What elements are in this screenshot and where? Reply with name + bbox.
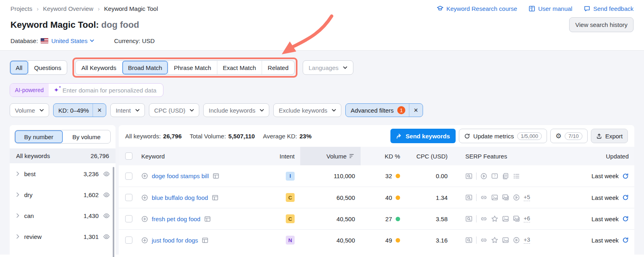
cpc-filter-dropdown[interactable]: CPC (USD) [149, 103, 200, 117]
clear-kd-filter-button[interactable]: × [93, 104, 106, 117]
question-chat-icon[interactable]: ? [491, 173, 498, 180]
eye-icon[interactable] [103, 212, 110, 219]
column-keyword[interactable]: Keyword [141, 147, 263, 165]
eye-icon[interactable] [103, 233, 110, 240]
match-type-tab-exact-match[interactable]: Exact Match [217, 61, 262, 74]
match-type-tab-related[interactable]: Related [262, 61, 294, 74]
languages-dropdown[interactable]: Languages [303, 60, 353, 75]
kd-filter-active[interactable]: KD: 0–49% × [53, 103, 106, 117]
serp-preview-icon[interactable] [465, 215, 473, 222]
match-type-tab-all-keywords[interactable]: All Keywords [76, 61, 122, 74]
column-cpc[interactable]: CPC (USD) [406, 147, 453, 165]
column-volume[interactable]: Volume [300, 147, 361, 165]
intent-filter-dropdown[interactable]: Intent [110, 103, 145, 117]
row-checkbox[interactable] [125, 236, 132, 244]
database-selector[interactable]: United States [51, 37, 94, 44]
tab-questions[interactable]: Questions [28, 61, 67, 74]
chevron-down-icon [135, 109, 140, 112]
view-search-history-button[interactable]: View search history [569, 17, 634, 32]
tab-by-volume[interactable]: By volume [63, 130, 111, 143]
add-keyword-icon[interactable] [141, 237, 148, 244]
refresh-icon[interactable] [622, 173, 629, 179]
row-checkbox[interactable] [125, 194, 132, 201]
link-icon[interactable] [480, 236, 487, 244]
play-circle-icon[interactable] [480, 173, 487, 180]
star-icon[interactable] [491, 215, 498, 222]
add-keyword-icon[interactable] [141, 173, 148, 179]
serp-more-features[interactable]: +5 [524, 194, 530, 201]
all-keywords-row[interactable]: All keywords 26,796 [10, 148, 116, 163]
match-type-tab-phrase-match[interactable]: Phrase Match [168, 61, 217, 74]
advanced-filters-active[interactable]: Advanced filters 1 × [345, 103, 423, 117]
refresh-icon[interactable] [622, 237, 629, 243]
breadcrumb-keyword-overview[interactable]: Keyword Overview [43, 5, 93, 12]
column-serp-features[interactable]: SERP Features [453, 147, 559, 165]
serp-preview-icon[interactable] [465, 173, 473, 180]
keyword-link[interactable]: blue buffalo dog food [152, 194, 208, 201]
export-button[interactable]: Export [591, 129, 628, 143]
list-menu-icon[interactable] [513, 173, 520, 180]
play-circle-icon[interactable] [513, 194, 520, 201]
keyword-link[interactable]: doge food stamps bill [152, 173, 209, 179]
add-keyword-icon[interactable] [141, 216, 148, 222]
row-checkbox[interactable] [125, 215, 132, 222]
send-feedback-link[interactable]: Send feedback [584, 5, 634, 12]
image-icon[interactable] [502, 215, 509, 222]
match-type-tab-broad-match[interactable]: Broad Match [122, 61, 168, 74]
eye-icon[interactable] [103, 171, 110, 177]
serp-more-features[interactable]: +6 [524, 215, 530, 222]
refresh-icon[interactable] [622, 216, 629, 222]
image-copy-icon[interactable] [513, 215, 520, 222]
chevron-right-icon[interactable] [16, 192, 20, 197]
chevron-right-icon[interactable] [16, 213, 20, 218]
user-manual-link[interactable]: User manual [528, 5, 572, 12]
send-keywords-button[interactable]: Send keywords [390, 129, 456, 143]
column-kd[interactable]: KD % [361, 147, 406, 165]
serp-snapshot-icon[interactable] [212, 194, 219, 201]
volume-filter-dropdown[interactable]: Volume [10, 103, 49, 117]
update-metrics-button[interactable]: Update metrics 1/5,000 [459, 129, 547, 143]
serp-snapshot-icon[interactable] [213, 173, 219, 179]
page-title: Keyword Magic Tool:dog food [10, 20, 139, 30]
ai-domain-input[interactable]: AI-powered ✦ Enter domain for personaliz… [10, 83, 163, 97]
keyword-link[interactable]: fresh pet dog food [152, 216, 200, 222]
chevron-right-icon[interactable] [16, 234, 20, 239]
select-all-checkbox[interactable] [125, 152, 132, 160]
link-icon[interactable] [480, 194, 487, 201]
eye-icon[interactable] [103, 191, 110, 198]
tab-all[interactable]: All [10, 61, 28, 74]
column-intent[interactable]: Intent [263, 147, 300, 165]
exclude-keywords-dropdown[interactable]: Exclude keywords [273, 103, 341, 117]
breadcrumb-projects[interactable]: Projects [10, 5, 32, 12]
keyword-research-course-link[interactable]: Keyword Research course [437, 5, 517, 12]
keyword-link[interactable]: just food for dogs [152, 237, 198, 244]
link-icon[interactable] [480, 215, 487, 222]
play-circle-icon[interactable] [513, 236, 520, 244]
chevron-right-icon[interactable] [16, 171, 20, 176]
image-copy-icon[interactable] [502, 194, 509, 201]
refresh-icon[interactable] [622, 194, 629, 201]
table-row: blue buffalo dog food C 60,500 40 1.34 +… [119, 187, 634, 208]
sidebar-scrollbar[interactable] [113, 167, 114, 257]
image-icon[interactable] [502, 236, 509, 244]
serp-snapshot-icon[interactable] [202, 237, 208, 244]
group-count: 1,430 [83, 212, 99, 219]
add-keyword-icon[interactable] [141, 194, 148, 201]
table-settings-button[interactable]: ⚙ 7/10 [550, 129, 588, 143]
serp-snapshot-icon[interactable] [204, 216, 211, 222]
row-checkbox[interactable] [125, 173, 132, 180]
serp-preview-icon[interactable] [465, 194, 473, 201]
image-icon[interactable] [491, 194, 498, 201]
column-updated[interactable]: Updated [559, 147, 634, 165]
keyword-group-row[interactable]: review 1,301 [10, 226, 116, 247]
tab-by-number[interactable]: By number [15, 130, 63, 143]
clear-advanced-filters-button[interactable]: × [409, 104, 423, 117]
serp-more-features[interactable]: +3 [524, 236, 530, 244]
serp-preview-icon[interactable] [465, 236, 473, 244]
include-keywords-dropdown[interactable]: Include keywords [203, 103, 269, 117]
star-icon[interactable] [491, 236, 498, 244]
keyword-group-row[interactable]: dry 1,602 [10, 184, 116, 205]
copy-pages-icon[interactable] [502, 173, 509, 180]
keyword-group-row[interactable]: best 3,236 [10, 163, 116, 184]
keyword-group-row[interactable]: can 1,430 [10, 205, 116, 226]
